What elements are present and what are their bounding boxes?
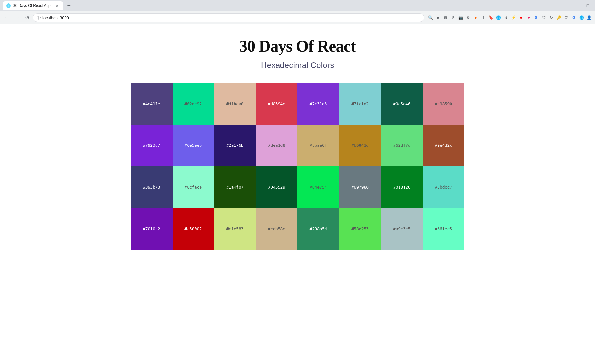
red-dot-ext-icon[interactable]: ● (518, 14, 524, 21)
color-swatch[interactable]: #04e754 (298, 166, 339, 208)
maximize-button[interactable]: □ (586, 3, 590, 8)
google2-ext-icon[interactable]: G (570, 14, 577, 21)
bookmark2-ext-icon[interactable]: 🔖 (487, 14, 494, 21)
color-swatch[interactable]: #4e417e (131, 83, 173, 125)
color-swatch[interactable]: #62df7d (381, 125, 423, 167)
mic-ext-icon[interactable]: 🎙 (450, 14, 456, 21)
color-swatch[interactable]: #697980 (339, 166, 381, 208)
color-swatch[interactable]: #9e4d2c (423, 125, 465, 167)
forward-button[interactable]: → (13, 13, 21, 22)
tab-close-button[interactable]: ✕ (54, 3, 60, 8)
extensions-grid-icon[interactable]: ⊞ (442, 14, 449, 21)
globe2-ext-icon[interactable]: 🌐 (578, 14, 585, 21)
color-swatch[interactable]: #c50007 (173, 208, 214, 250)
lightning-ext-icon[interactable]: ⚡ (510, 14, 517, 21)
heart-ext-icon[interactable]: ♥ (525, 14, 532, 21)
page-content: 30 Days Of React Hexadecimal Colors #4e4… (109, 24, 486, 262)
bookmark-ext-icon[interactable]: ★ (434, 14, 441, 21)
color-swatch[interactable]: #5bdcc7 (423, 166, 465, 208)
shield2-ext-icon[interactable]: 🛡 (563, 14, 570, 21)
search-ext-icon[interactable]: 🔍 (427, 14, 434, 21)
color-swatch[interactable]: #dfbaa0 (214, 83, 256, 125)
color-swatch[interactable]: #7fcfd2 (339, 83, 381, 125)
color-swatch[interactable]: #6e5eeb (173, 125, 214, 167)
color-swatch[interactable]: #66fec5 (423, 208, 465, 250)
url-display: localhost:3000 (42, 15, 69, 20)
color-swatch[interactable]: #018120 (381, 166, 423, 208)
printer-ext-icon[interactable]: 🖨 (502, 14, 509, 21)
page-title: 30 Days Of React (115, 37, 480, 55)
color-swatch[interactable]: #045529 (256, 166, 298, 208)
new-tab-button[interactable]: + (65, 1, 73, 10)
color-swatch[interactable]: #0e5d46 (381, 83, 423, 125)
profile-ext-icon[interactable]: 👤 (586, 14, 592, 21)
color-swatch[interactable]: #298b5d (298, 208, 339, 250)
color-swatch[interactable]: #393b73 (131, 166, 173, 208)
page-subtitle: Hexadecimal Colors (115, 60, 480, 70)
window-controls: — □ (577, 3, 592, 8)
color-swatch[interactable]: #8cface (173, 166, 214, 208)
refresh-button[interactable]: ↺ (23, 13, 31, 22)
tab-bar: ⚛ 30 Days Of React App ✕ + — □ (0, 0, 595, 11)
color-swatch[interactable]: #b6841d (339, 125, 381, 167)
back-button[interactable]: ← (3, 13, 11, 22)
tab-favicon: ⚛ (6, 3, 11, 8)
color-swatch[interactable]: #d98590 (423, 83, 465, 125)
color-swatch[interactable]: #dea1d8 (256, 125, 298, 167)
color-swatch[interactable]: #58e253 (339, 208, 381, 250)
toolbar-extensions: 🔍 ★ ⊞ 🎙 📷 ⚙ ● f 🔖 🌐 🖨 ⚡ ● ♥ G 🛡 ↻ 🔑 🛡 G … (427, 14, 592, 21)
color-grid: #4e417e#02dc92#dfbaa0#d8394e#7c31d3#7fcf… (131, 83, 464, 250)
browser-toolbar: ← → ↺ ⓘ localhost:3000 🔍 ★ ⊞ 🎙 📷 ⚙ ● f 🔖… (0, 11, 595, 24)
color-swatch[interactable]: #a9c3c5 (381, 208, 423, 250)
shield-ext-icon[interactable]: 🛡 (540, 14, 547, 21)
font-ext-icon[interactable]: f (480, 14, 487, 21)
color-swatch[interactable]: #2a176b (214, 125, 256, 167)
minimize-button[interactable]: — (577, 3, 582, 8)
color-swatch[interactable]: #7010b2 (131, 208, 173, 250)
color-swatch[interactable]: #d8394e (256, 83, 298, 125)
globe-ext-icon[interactable]: 🌐 (495, 14, 502, 21)
settings-ext-icon[interactable]: ⚙ (465, 14, 472, 21)
firefox-ext-icon[interactable]: ● (472, 14, 479, 21)
key-ext-icon[interactable]: 🔑 (555, 14, 562, 21)
tab-title: 30 Days Of React App (13, 3, 51, 8)
color-swatch[interactable]: #02dc92 (173, 83, 214, 125)
active-tab[interactable]: ⚛ 30 Days Of React App ✕ (3, 1, 63, 10)
color-swatch[interactable]: #cdb58e (256, 208, 298, 250)
address-bar[interactable]: ⓘ localhost:3000 (33, 13, 424, 22)
lock-icon: ⓘ (37, 15, 41, 20)
color-swatch[interactable]: #1a4f07 (214, 166, 256, 208)
browser-chrome: ⚛ 30 Days Of React App ✕ + — □ ← → ↺ ⓘ l… (0, 0, 595, 24)
google-ext-icon[interactable]: G (533, 14, 540, 21)
color-swatch[interactable]: #cbae6f (298, 125, 339, 167)
color-swatch[interactable]: #cfe583 (214, 208, 256, 250)
color-swatch[interactable]: #7c31d3 (298, 83, 339, 125)
sync-ext-icon[interactable]: ↻ (548, 14, 555, 21)
photo-ext-icon[interactable]: 📷 (457, 14, 464, 21)
color-swatch[interactable]: #7923d7 (131, 125, 173, 167)
